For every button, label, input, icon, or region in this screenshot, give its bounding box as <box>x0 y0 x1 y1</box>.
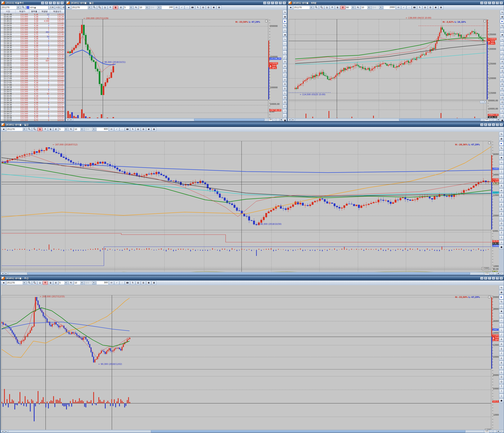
func-r-icon[interactable]: R <box>499 361 504 365</box>
close-pane-icon[interactable]: ✕ <box>500 272 503 275</box>
hline-icon[interactable]: ─ <box>499 318 504 323</box>
vline-icon[interactable]: │ <box>499 169 504 174</box>
env-e-icon[interactable]: E <box>500 87 504 91</box>
grid-icon[interactable]: ▦ <box>439 6 443 9</box>
arrow-up-icon[interactable]: ↑ <box>499 389 504 394</box>
titlebar[interactable]: [6101] 넷마블 - 주간⇥A?━❐✕ <box>1 276 504 280</box>
lines-icon[interactable]: ≡ <box>500 64 504 68</box>
period-month-button[interactable]: 월 <box>48 127 53 131</box>
maximize-icon[interactable]: ❐ <box>496 1 499 5</box>
zoom-in-icon[interactable]: + <box>490 272 493 275</box>
step-icon[interactable]: ┐ <box>283 51 287 55</box>
scroll-right-icon[interactable]: ▶ <box>70 119 73 121</box>
quote-icon[interactable]: Q <box>283 100 287 104</box>
stock-code-combo[interactable]: 251270▼ <box>6 127 26 131</box>
help-icon[interactable]: ? <box>271 1 274 5</box>
search-button[interactable] <box>314 6 319 9</box>
tick-value-combo[interactable]: 10▼ <box>74 281 84 285</box>
period-day-button[interactable]: 일 <box>37 127 42 131</box>
quote-icon[interactable]: Q <box>499 226 504 230</box>
bar-unit-button[interactable]: 바 <box>109 281 114 285</box>
visible-bar-count[interactable]: 141 <box>484 118 489 121</box>
pane-restore-icon[interactable] <box>488 142 490 144</box>
text-a-icon[interactable]: A <box>283 60 287 64</box>
zoom-out-icon[interactable]: − <box>493 119 496 121</box>
trendline-icon[interactable]: ╱ <box>499 332 504 337</box>
pane-restore-icon[interactable] <box>484 20 486 22</box>
sort-updown-icon[interactable]: ⇅ <box>130 127 135 131</box>
text-a-icon[interactable]: A <box>500 60 504 64</box>
volume-bars-icon[interactable]: ▮▮ <box>125 281 130 285</box>
func-f-icon[interactable]: f <box>283 73 287 77</box>
minimize-icon[interactable]: ━ <box>53 1 56 5</box>
search-button[interactable] <box>92 6 97 9</box>
tick-button[interactable]: 틱 <box>356 6 360 9</box>
sync-icon[interactable]: ⇆ <box>500 10 504 14</box>
zoom-in-icon[interactable]: + <box>273 119 276 121</box>
scatter-icon[interactable]: ∴ <box>185 6 190 9</box>
trendline-icon[interactable]: ╱ <box>499 179 504 184</box>
chart-style-icon[interactable]: ✓ <box>179 6 184 9</box>
close-icon[interactable]: ✕ <box>500 1 503 5</box>
search-recent-button[interactable] <box>32 281 37 285</box>
step-icon[interactable]: ┐ <box>499 328 504 332</box>
search-button[interactable] <box>27 281 32 285</box>
scatter-icon[interactable]: ∴ <box>407 6 412 9</box>
minimize-icon[interactable]: ━ <box>492 123 495 126</box>
percent-icon[interactable]: % <box>499 300 504 304</box>
bar-count-input[interactable]: 300 <box>96 281 109 285</box>
font-icon[interactable]: A <box>484 1 487 5</box>
minimize-icon[interactable]: ━ <box>492 1 495 5</box>
font-icon[interactable]: A <box>267 1 270 5</box>
zoom-in-icon[interactable]: + <box>490 119 493 121</box>
period-day-button[interactable]: 일 <box>324 6 329 9</box>
close-icon[interactable]: ✕ <box>282 1 286 5</box>
hline-icon[interactable]: ─ <box>500 42 504 46</box>
minute-value-combo[interactable]: 5▼ <box>59 127 68 131</box>
cursor-icon[interactable]: ▶ <box>283 19 287 23</box>
arrow-up-icon[interactable]: ↑ <box>283 109 287 113</box>
scrollbar-track[interactable] <box>73 119 268 121</box>
vline-icon[interactable]: │ <box>283 46 287 50</box>
period-day-button[interactable]: 일 <box>37 281 42 285</box>
scrollbar-track[interactable] <box>8 430 484 433</box>
help-icon[interactable]: ? <box>49 1 52 5</box>
arrow-down-icon[interactable]: ↓ <box>283 114 287 118</box>
text-t-icon[interactable]: T <box>499 384 504 389</box>
arrow-up-icon[interactable]: ↑ <box>500 109 504 113</box>
new-doc-icon[interactable]: ▤ <box>201 6 206 9</box>
period-minute-button[interactable]: 분 <box>53 127 58 131</box>
period-month-button[interactable]: 월 <box>113 6 118 9</box>
titlebar[interactable]: [3111] 체결추이⇥A?━❐✕ <box>1 1 65 5</box>
prev-stock-button[interactable]: ◀ <box>1 127 6 131</box>
grid-icon[interactable]: ▦ <box>217 6 222 9</box>
text-t-icon[interactable]: T <box>283 105 287 109</box>
zoom-in-icon[interactable]: + <box>490 430 493 433</box>
parallel-icon[interactable]: ‖ <box>283 69 287 73</box>
parallel-icon[interactable]: ‖ <box>500 69 504 73</box>
scrollbar-track[interactable] <box>8 272 484 275</box>
period-minute-button[interactable]: 분 <box>118 6 123 9</box>
square-icon[interactable]: ■ <box>500 118 504 121</box>
wave-icon[interactable]: ∿ <box>500 37 504 41</box>
maximize-icon[interactable]: ❐ <box>279 1 282 5</box>
grid-icon[interactable]: ▦ <box>152 127 156 131</box>
func-fl-icon[interactable]: £ <box>500 78 504 82</box>
chart-style-icon[interactable]: ✓ <box>114 281 119 285</box>
env-e-icon[interactable]: E <box>499 365 504 370</box>
minute-value-combo[interactable]: 5▼ <box>59 281 68 285</box>
cursor-icon[interactable]: ▶ <box>499 141 504 146</box>
pane-restore-icon[interactable] <box>265 20 267 22</box>
lh-icon[interactable]: L <box>499 217 504 221</box>
fit-icon[interactable]: ▦ <box>280 119 283 121</box>
diamond-icon[interactable]: ◇ <box>499 151 504 155</box>
square-icon[interactable]: ■ <box>499 245 504 249</box>
tick-button[interactable]: 틱 <box>69 127 73 131</box>
bar-unit-button[interactable]: 바 <box>109 127 114 131</box>
bar-unit-button[interactable]: 바 <box>396 6 401 9</box>
arrow-down-icon[interactable]: ↓ <box>500 114 504 118</box>
search-button[interactable] <box>21 6 26 9</box>
trendline-icon[interactable]: ╱ <box>500 55 504 59</box>
chart-canvas[interactable] <box>1 132 504 275</box>
volume-bars-icon[interactable]: ▮▮ <box>125 127 130 131</box>
